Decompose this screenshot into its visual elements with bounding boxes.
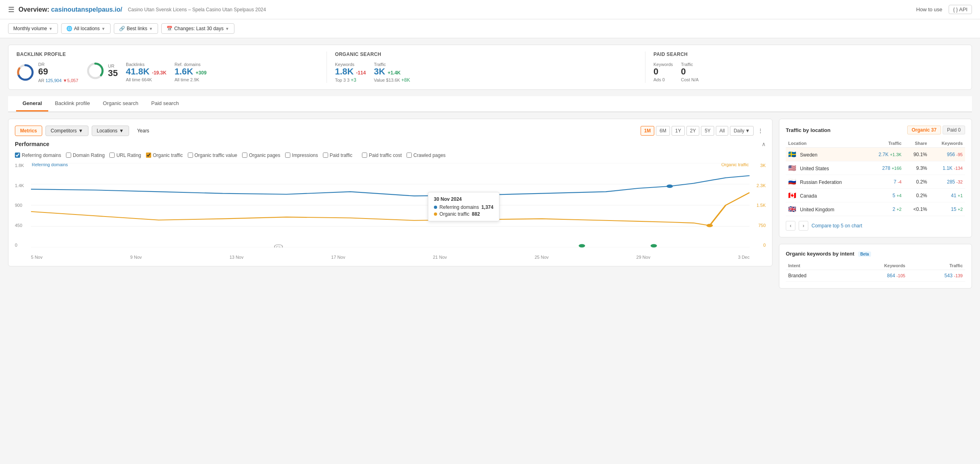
location-traffic: 2.7K +1.3K [866,148,904,161]
organic-keywords-value: 1.8K -114 [335,67,366,76]
intent-table-head: Intent Keywords Traffic [786,262,965,270]
content-row: Metrics Competitors ▼ Locations ▼ Years … [8,119,972,295]
performance-header: Performance ∧ [15,141,766,147]
tab-backlink-profile[interactable]: Backlink profile [48,96,96,111]
metrics-button[interactable]: Metrics [15,126,42,136]
location-table-row[interactable]: 🇬🇧 United Kingdom 2 +2 <0.1% 15 +2 [786,202,965,216]
monthly-volume-filter[interactable]: Monthly volume ▼ [8,23,58,34]
flag-icon: 🇨🇦 [788,192,796,199]
cb-url-rating[interactable]: URL Rating [109,153,141,158]
competitors-button[interactable]: Competitors ▼ [45,126,88,136]
dr-value: 69 [38,67,78,76]
cb-impressions[interactable]: Impressions [285,153,318,158]
cb-organic-pages-input[interactable] [242,153,247,158]
tab-general[interactable]: General [16,96,48,111]
cb-crawled-pages-input[interactable] [407,153,412,158]
cb-organic-traffic-value[interactable]: Organic traffic value [188,153,238,158]
ur-values: UR 35 [108,64,118,78]
best-links-filter[interactable]: 🔗 Best links ▼ [114,23,158,34]
chart-toolbar-right: 1M 6M 1Y 2Y 5Y All Daily ▼ ⋮ [641,126,766,136]
ur-value: 35 [108,68,118,78]
paid-search-title: Paid search [653,52,955,57]
keywords-col-header: Keywords [843,262,908,270]
daily-button[interactable]: Daily ▼ [730,126,754,136]
all-locations-filter[interactable]: 🌐 All locations ▼ [61,23,111,34]
cb-crawled-pages[interactable]: Crawled pages [407,153,446,158]
location-table-row[interactable]: 🇸🇪 Sweden 2.7K +1.3K 90.1% 956 -95 [786,148,965,161]
prev-page-button[interactable]: ‹ [786,221,795,231]
cb-referring-domains[interactable]: Referring domains [15,153,61,158]
site-link[interactable]: casinoutanspelpaus.io/ [51,6,122,13]
cb-organic-traffic-value-input[interactable] [188,153,193,158]
time-5y-button[interactable]: 5Y [701,126,714,136]
organic-value: Value $13.6K +8K [374,77,410,83]
years-button[interactable]: Years [132,126,154,136]
collapse-button[interactable]: ∧ [762,141,766,147]
traffic-tabs: Organic 37 Paid 0 [907,126,965,134]
tab-paid-search[interactable]: Paid search [145,96,185,111]
tab-organic-search[interactable]: Organic search [97,96,145,111]
cb-crawled-pages-label: Crawled pages [413,153,446,158]
main-content: Backlink profile DR 69 AR [0,38,980,301]
time-2y-button[interactable]: 2Y [686,126,700,136]
cb-impressions-input[interactable] [285,153,290,158]
location-name: Canada [800,193,817,199]
traffic-by-location-header: Traffic by location Organic 37 Paid 0 [786,126,965,134]
organic-top3: Top 3 3 +3 [335,77,366,83]
location-keywords: 956 -95 [929,148,965,161]
time-1m-button[interactable]: 1M [641,126,655,136]
chart-svg-container: G [31,163,750,247]
backlinks-metric: Backlinks 41.8K -19.3K All time 664K [126,62,166,82]
organic-keywords-metric: Keywords 1.8K -114 Top 3 3 +3 [335,62,366,83]
ur-metric: UR 35 [86,62,118,80]
cb-paid-traffic[interactable]: Paid traffic [323,153,352,158]
hamburger-icon[interactable]: ☰ [8,5,14,14]
time-all-button[interactable]: All [716,126,728,136]
svg-point-14 [579,244,585,247]
overview-sections: Backlink profile DR 69 AR [16,52,964,83]
location-share: 0.2% [904,189,930,202]
location-table-row[interactable]: 🇷🇺 Russian Federation 7 -4 0.2% 285 -32 [786,175,965,189]
cb-paid-traffic-cost-input[interactable] [362,153,367,158]
cb-paid-traffic-cost[interactable]: Paid traffic cost [362,153,402,158]
cb-url-rating-input[interactable] [109,153,115,158]
intent-table-row: Branded 864 -105 543 -139 [786,270,965,282]
chart-panel: Metrics Competitors ▼ Locations ▼ Years … [8,119,772,266]
cb-referring-domains-input[interactable] [15,153,20,158]
backlinks-value: 41.8K -19.3K [126,67,166,76]
organic-traffic-metric: Traffic 3K +1.4K Value $13.6K +8K [374,62,410,83]
time-6m-button[interactable]: 6M [656,126,670,136]
locations-button[interactable]: Locations ▼ [92,126,129,136]
paid-keywords-value: 0 [653,67,673,76]
paid-metrics: Keywords 0 Ads 0 Traffic 0 Cost N/A [653,62,955,82]
chart-svg: G [31,163,750,247]
cb-organic-traffic[interactable]: Organic traffic [146,153,183,158]
how-to-use-link[interactable]: How to use [916,6,942,12]
paid-tab[interactable]: Paid 0 [943,126,965,134]
dr-values: DR 69 AR 125,904 ▼5,057 [38,62,78,83]
changes-filter[interactable]: 📅 Changes: Last 30 days ▼ [161,23,234,34]
location-table-head: Location Traffic Share Keywords [786,139,965,148]
cb-organic-traffic-input[interactable] [146,153,151,158]
dropdown-arrow-icon: ▼ [225,27,229,31]
location-keywords: 15 +2 [929,202,965,216]
location-flag-name: 🇺🇸 United States [786,161,866,175]
cb-paid-traffic-input[interactable] [323,153,328,158]
link-icon: 🔗 [119,26,125,31]
flag-icon: 🇸🇪 [788,151,796,158]
api-button[interactable]: { } API [949,5,972,14]
organic-tab[interactable]: Organic 37 [907,126,941,134]
time-1y-button[interactable]: 1Y [672,126,685,136]
cb-organic-pages[interactable]: Organic pages [242,153,280,158]
location-table-row[interactable]: 🇺🇸 United States 278 +166 9.3% 1.1K -134 [786,161,965,175]
cb-domain-rating[interactable]: Domain Rating [66,153,105,158]
next-page-button[interactable]: › [799,221,808,231]
cb-domain-rating-input[interactable] [66,153,71,158]
location-traffic: 2 +2 [866,202,904,216]
intent-col-header: Intent [786,262,843,270]
location-table-row[interactable]: 🇨🇦 Canada 5 +4 0.2% 41 +1 [786,189,965,202]
more-options-button[interactable]: ⋮ [755,126,766,136]
traffic-by-location-title: Traffic by location [786,127,830,133]
compare-chart-link[interactable]: Compare top 5 on chart [812,223,862,229]
location-flag-name: 🇨🇦 Canada [786,189,866,202]
